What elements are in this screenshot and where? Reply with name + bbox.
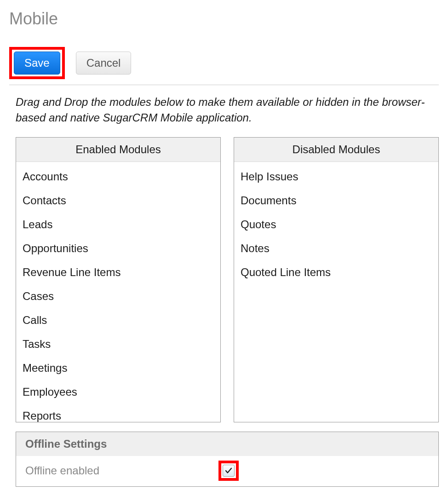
module-item[interactable]: Quoted Line Items [239, 260, 434, 284]
module-item[interactable]: Help Issues [239, 165, 434, 189]
module-item[interactable]: Employees [21, 380, 216, 404]
module-item[interactable]: Contacts [21, 189, 216, 213]
module-item[interactable]: Meetings [21, 356, 216, 380]
disabled-modules-header: Disabled Modules [234, 138, 438, 162]
module-item[interactable]: Leads [21, 213, 216, 236]
action-buttons: Save Cancel [9, 47, 439, 79]
instructions-text: Drag and Drop the modules below to make … [16, 94, 439, 125]
enabled-modules-header: Enabled Modules [16, 138, 220, 162]
module-item[interactable]: Notes [239, 236, 434, 260]
save-highlight: Save [9, 47, 65, 79]
divider [9, 85, 439, 85]
checkmark-icon [224, 467, 233, 475]
disabled-modules-list[interactable]: Help IssuesDocumentsQuotesNotesQuoted Li… [234, 162, 438, 422]
module-item[interactable]: Opportunities [21, 236, 216, 260]
offline-enabled-row: Offline enabled [16, 456, 438, 486]
offline-enabled-checkbox[interactable] [223, 465, 235, 477]
module-item[interactable]: Accounts [21, 165, 216, 189]
cancel-button[interactable]: Cancel [76, 52, 132, 75]
offline-enabled-label: Offline enabled [25, 464, 218, 477]
module-item[interactable]: Quotes [239, 213, 434, 236]
module-item[interactable]: Documents [239, 189, 434, 213]
disabled-modules-panel: Disabled Modules Help IssuesDocumentsQuo… [234, 137, 439, 422]
offline-checkbox-highlight [218, 461, 239, 481]
enabled-modules-list[interactable]: AccountsContactsLeadsOpportunitiesRevenu… [16, 162, 220, 422]
module-item[interactable]: Tasks [21, 332, 216, 356]
module-item[interactable]: Calls [21, 308, 216, 332]
page-title: Mobile [9, 9, 439, 29]
enabled-modules-panel: Enabled Modules AccountsContactsLeadsOpp… [16, 137, 221, 422]
save-button[interactable]: Save [14, 52, 60, 75]
module-item[interactable]: Reports [21, 404, 216, 422]
offline-settings-panel: Offline Settings Offline enabled [16, 432, 439, 487]
module-item[interactable]: Cases [21, 284, 216, 308]
offline-settings-header: Offline Settings [16, 432, 438, 456]
module-item[interactable]: Revenue Line Items [21, 260, 216, 284]
module-panels: Enabled Modules AccountsContactsLeadsOpp… [16, 137, 439, 422]
